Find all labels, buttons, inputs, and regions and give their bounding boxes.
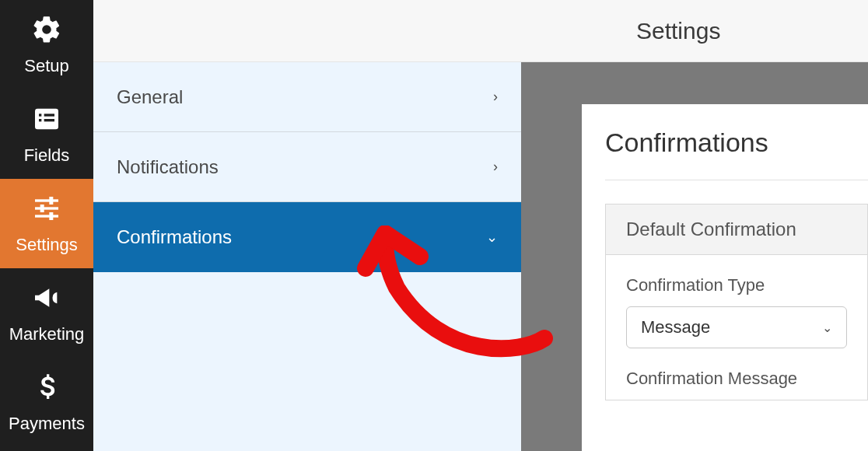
- sidebar-item-settings[interactable]: Settings: [0, 179, 93, 268]
- sidebar-item-setup[interactable]: Setup: [0, 0, 93, 89]
- subnav-topbar: [93, 0, 521, 62]
- settings-item-label: Confirmations: [117, 226, 232, 248]
- field-confirmation-type: Confirmation Type Message ⌄: [606, 255, 867, 348]
- svg-rect-4: [44, 119, 54, 121]
- chevron-down-icon: ⌄: [822, 320, 832, 335]
- confirmation-type-select[interactable]: Message ⌄: [626, 306, 847, 348]
- settings-subnav: General › Notifications › Confirmations …: [93, 0, 521, 451]
- sidebar-item-label: Setup: [24, 56, 69, 76]
- sidebar-item-marketing[interactable]: Marketing: [0, 268, 93, 358]
- card-header: Default Confirmation: [606, 205, 867, 255]
- field-label: Confirmation Type: [626, 275, 847, 295]
- sidebar-item-label: Marketing: [9, 324, 85, 344]
- svg-rect-8: [49, 197, 53, 205]
- dollar-icon: [31, 372, 62, 407]
- sidebar-item-label: Settings: [16, 235, 78, 255]
- page-header: Settings: [521, 0, 868, 62]
- confirmation-card: Default Confirmation Confirmation Type M…: [605, 204, 868, 400]
- page-title: Settings: [636, 18, 720, 44]
- settings-item-general[interactable]: General ›: [93, 62, 521, 132]
- svg-rect-2: [44, 114, 54, 116]
- svg-rect-3: [39, 119, 41, 121]
- settings-item-label: General: [117, 86, 183, 108]
- panel-title: Confirmations: [605, 128, 868, 158]
- sidebar-item-label: Payments: [9, 414, 85, 434]
- svg-rect-1: [39, 114, 41, 116]
- megaphone-icon: [31, 282, 62, 318]
- settings-item-notifications[interactable]: Notifications ›: [93, 132, 521, 202]
- sidebar-item-fields[interactable]: Fields: [0, 89, 93, 179]
- select-value: Message: [641, 317, 710, 337]
- divider: [605, 180, 868, 180]
- settings-item-confirmations[interactable]: Confirmations ⌄: [93, 202, 521, 272]
- field-confirmation-message: Confirmation Message: [606, 348, 867, 389]
- list-icon: [31, 103, 62, 139]
- svg-rect-9: [40, 205, 44, 212]
- gear-icon: [31, 14, 62, 50]
- content-wrap: Confirmations Default Confirmation Confi…: [521, 62, 868, 451]
- chevron-right-icon: ›: [493, 159, 498, 175]
- sidebar-item-payments[interactable]: Payments: [0, 358, 93, 447]
- field-label: Confirmation Message: [626, 369, 847, 389]
- sliders-icon: [31, 193, 62, 229]
- svg-rect-10: [49, 212, 53, 220]
- main-sidebar: Setup Fields Settings Marketing Payments: [0, 0, 93, 451]
- content-area: Settings Confirmations Default Confirmat…: [521, 0, 868, 451]
- svg-rect-7: [35, 215, 58, 217]
- chevron-right-icon: ›: [493, 89, 498, 105]
- svg-rect-5: [35, 199, 58, 201]
- sidebar-item-label: Fields: [24, 145, 70, 166]
- chevron-down-icon: ⌄: [486, 229, 498, 246]
- settings-list: General › Notifications › Confirmations …: [93, 62, 521, 451]
- confirmations-panel: Confirmations Default Confirmation Confi…: [582, 104, 868, 451]
- svg-rect-6: [35, 207, 58, 209]
- settings-item-label: Notifications: [117, 156, 219, 178]
